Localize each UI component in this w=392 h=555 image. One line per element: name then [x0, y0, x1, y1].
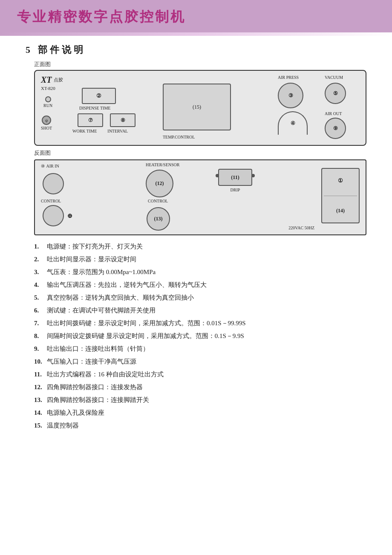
desc-text: 真空控制器：逆转为真空回抽大、顺转为真空回抽小 [47, 292, 194, 303]
front-panel: XT 点胶 XT-820 RUN ② DISPENSE TIME ψ SHOT … [34, 70, 366, 146]
desc-item-8: 8.间隔时间设定拨码键 显示设定时间，采用加减方式。范围：0.1S－9.9S [34, 331, 375, 341]
logo-area: XT 点胶 XT-820 [41, 75, 84, 91]
desc-text: 电源输入孔及保险座 [47, 408, 104, 418]
control-label-left: CONTROL [41, 199, 61, 203]
desc-text: 吐出输出口：连接吐出料筒（针筒） [47, 344, 149, 354]
shot-label: SHOT [41, 126, 52, 130]
logo-model: XT-820 [41, 86, 84, 91]
power-item1: ① [338, 177, 343, 184]
desc-text: 吐出时间显示器：显示设定时间 [47, 254, 136, 264]
shot-area: ψ SHOT [41, 116, 52, 130]
vacuum-label: VACUUM [325, 75, 343, 80]
desc-item-9: 9.吐出输出口：连接吐出料筒（针筒） [34, 344, 375, 354]
temp-control-front: (15) [163, 84, 231, 130]
back-diagram-label: 反面图 [34, 149, 392, 157]
temp-control-label: TEMP.CONTROL [163, 135, 195, 139]
interval-box: ⑧ [110, 113, 135, 127]
gauge-4: ④ [278, 111, 308, 135]
desc-num: 1. [34, 241, 47, 251]
desc-text: 吐出方式编程器：16 种自由设定吐出方式 [47, 369, 164, 379]
logo-xt: XT [41, 75, 52, 85]
drip-box-11: (11) [218, 169, 252, 186]
desc-text: 气压表：显示范围为 0.00Mpa~1.00MPa [47, 267, 156, 277]
desc-num: 11. [34, 369, 47, 379]
desc-item-1: 1.电源键：按下灯亮为开、灯灭为关 [34, 241, 375, 251]
desc-num: 10. [34, 356, 47, 367]
desc-num: 13. [34, 395, 47, 405]
desc-num: 6. [34, 305, 47, 315]
desc-num: 5. [34, 292, 47, 303]
shot-circle: ψ [42, 116, 51, 125]
back-panel: ⑩ AIR IN CONTROL ⊕ HEATER/SENSOR (12) CO… [34, 159, 366, 235]
desc-text: 电源键：按下灯亮为开、灯灭为关 [47, 241, 143, 251]
desc-item-14: 14.电源输入孔及保险座 [34, 408, 375, 418]
desc-text: 测试键：在调试中可替代脚踏开关使用 [47, 305, 156, 315]
desc-item-7: 7.吐出时间拨码键：显示设定时间，采用加减方式。范围：0.01S－99.99S [34, 318, 375, 328]
drip-dot-left [216, 174, 219, 177]
power-box: ① (14) [321, 168, 360, 223]
display-box-2: ② [82, 88, 116, 104]
run-indicator: RUN [43, 96, 52, 108]
desc-num: 7. [34, 318, 47, 328]
section-header: 5 部件说明 [26, 43, 392, 56]
desc-text: 吐出时间拨码键：显示设定时间，采用加减方式。范围：0.01S－99.99S [47, 318, 246, 328]
desc-text: 气压输入口：连接干净高气压源 [47, 356, 136, 367]
logo-brand: 点胶 [54, 77, 63, 83]
desc-text: 温度控制器 [47, 420, 79, 431]
run-dot [45, 96, 51, 102]
work-time-label: WORK TIME INTERVAL [72, 129, 128, 133]
desc-num: 9. [34, 344, 47, 354]
desc-item-10: 10.气压输入口：连接干净高气压源 [34, 356, 375, 367]
desc-item-12: 12.四角脚踏控制器接口：连接发热器 [34, 382, 375, 392]
plus-symbol: ⊕ [67, 212, 72, 220]
desc-text: 四角脚踏控制器接口：连接发热器 [47, 382, 143, 392]
description-list: 1.电源键：按下灯亮为开、灯灭为关2.吐出时间显示器：显示设定时间3.气压表：显… [34, 241, 375, 431]
gauge-5: ⑤ [325, 83, 346, 104]
desc-num: 4. [34, 280, 47, 290]
control-label-mid: CONTROL [148, 199, 168, 203]
heater-sensor-label: HEATER/SENSOR [146, 162, 179, 167]
work-time-box: ⑦ [78, 113, 103, 127]
divider-bar [0, 32, 392, 36]
desc-item-5: 5.真空控制器：逆转为真空回抽大、顺转为真空回抽小 [34, 292, 375, 303]
desc-num: 2. [34, 254, 47, 264]
desc-num: 8. [34, 331, 47, 341]
desc-item-13: 13.四角脚踏控制器接口：连接脚踏开关 [34, 395, 375, 405]
front-diagram-label: 正面图 [34, 61, 392, 68]
dispense-time-label: DISPENSE TIME [79, 106, 110, 110]
back-circle-air [43, 173, 64, 194]
gauge-9: ⑨ [325, 118, 346, 139]
desc-item-6: 6.测试键：在调试中可替代脚踏开关使用 [34, 305, 375, 315]
page-header: 专业精密数字点胶控制机 [0, 0, 392, 32]
desc-item-4: 4.输出气压调压器：先拉出，逆转为气压小、顺转为气压大 [34, 280, 375, 290]
back-circle-heater: (12) [146, 170, 173, 197]
desc-num: 14. [34, 408, 47, 418]
run-label: RUN [43, 103, 52, 108]
page-title: 专业精密数字点胶控制机 [17, 8, 375, 26]
desc-num: 12. [34, 382, 47, 392]
power-item14: (14) [336, 208, 345, 214]
gauge-3: ③ [278, 83, 303, 108]
drip-label: DRIP [218, 188, 252, 192]
drip-area: (11) DRIP [218, 169, 252, 192]
desc-text: 输出气压调压器：先拉出，逆转为气压小、顺转为气压大 [47, 280, 207, 290]
desc-num: 3. [34, 267, 47, 277]
desc-item-15: 15.温度控制器 [34, 420, 375, 431]
voltage-label: 220VAC 50HZ [288, 225, 314, 230]
desc-item-2: 2.吐出时间显示器：显示设定时间 [34, 254, 375, 264]
back-circle-13: (13) [147, 207, 170, 231]
back-circle-control [43, 205, 64, 226]
desc-item-3: 3.气压表：显示范围为 0.00Mpa~1.00MPa [34, 267, 375, 277]
desc-text: 间隔时间设定拨码键 显示设定时间，采用加减方式。范围：0.1S－9.9S [47, 331, 244, 341]
air-out-label: AIR OUT [325, 111, 342, 116]
desc-text: 四角脚踏控制器接口：连接脚踏开关 [47, 395, 149, 405]
desc-item-11: 11.吐出方式编程器：16 种自由设定吐出方式 [34, 369, 375, 379]
drip-dot-right [251, 174, 255, 177]
air-press-label: AIR PRESS [278, 75, 299, 80]
air-in-label: ⑩ AIR IN [41, 164, 59, 168]
desc-num: 15. [34, 420, 47, 431]
